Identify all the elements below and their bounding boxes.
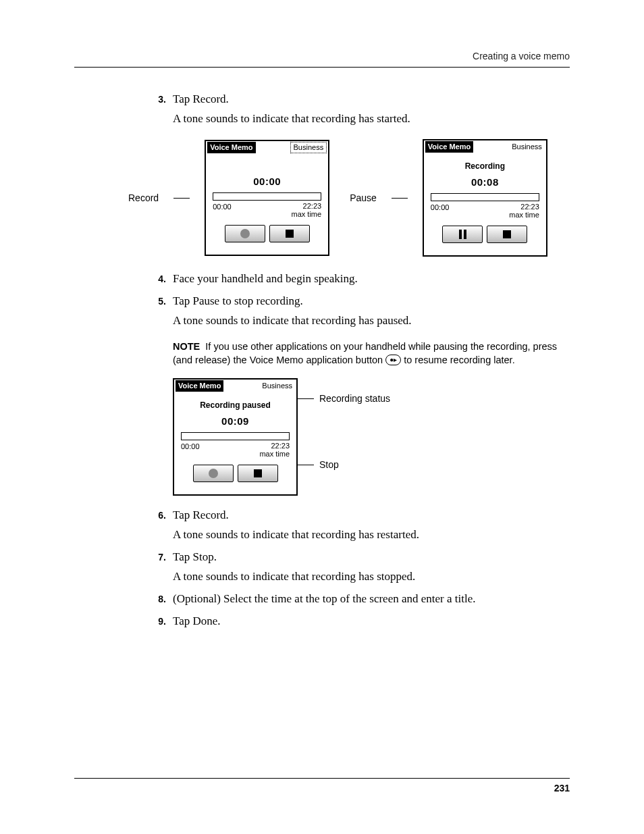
page-footer: 231 (74, 778, 570, 793)
device-buttons (424, 226, 546, 243)
annotation-recording-status: Recording status (296, 392, 390, 407)
step-7: 7. Tap Stop. (149, 550, 570, 565)
step-number: 7. (149, 551, 166, 564)
manual-page: Creating a voice memo 3. Tap Record. A t… (0, 0, 644, 834)
progress-bar-wrap (206, 188, 328, 201)
device-buttons (206, 225, 328, 242)
step-number: 8. (149, 593, 166, 606)
progress-start: 00:00 (431, 203, 450, 219)
stop-icon (286, 230, 294, 238)
elapsed-time: 00:09 (174, 415, 296, 428)
step-6: 6. Tap Record. (149, 508, 570, 523)
category-label: Business (259, 381, 295, 391)
progress-bar (213, 192, 321, 201)
body-content: 3. Tap Record. A tone sounds to indicate… (149, 92, 570, 629)
note-label: NOTE (173, 341, 200, 352)
pause-icon (459, 230, 466, 239)
progress-bar (181, 432, 290, 440)
app-title: Voice Memo (207, 142, 255, 153)
record-button (193, 465, 234, 482)
elapsed-time: 00:00 (206, 175, 328, 188)
step-text: Tap Pause to stop recording. (173, 294, 570, 309)
progress-labels: 00:00 22:23 max time (206, 201, 328, 218)
header-rule (74, 67, 570, 68)
device-screenshot-recording: Voice Memo Business Recording 00:08 00:0… (423, 139, 547, 257)
voice-memo-button-icon: ●▸ (385, 355, 401, 365)
step-number: 4. (149, 273, 166, 286)
callout-line (296, 398, 314, 399)
note-text-after: to resume recording later. (401, 355, 514, 365)
record-button (225, 225, 265, 242)
device-header: Voice Memo Business (206, 141, 328, 155)
step-number: 3. (149, 93, 166, 106)
pause-button (442, 226, 483, 243)
app-title: Voice Memo (176, 380, 223, 392)
record-icon (209, 469, 218, 478)
step-number: 5. (149, 295, 166, 308)
progress-start: 00:00 (181, 442, 200, 458)
progress-bar-wrap (424, 189, 546, 201)
step-number: 9. (149, 615, 166, 628)
device-header: Voice Memo Business (424, 140, 546, 154)
category-selector: Business (290, 142, 327, 153)
footer-rule (74, 778, 570, 779)
progress-bar (431, 193, 539, 201)
app-title: Voice Memo (425, 141, 473, 153)
step-3: 3. Tap Record. (149, 92, 570, 107)
running-header: Creating a voice memo (74, 51, 570, 67)
step-7-body: A tone sounds to indicate that recording… (173, 569, 570, 585)
elapsed-time: 00:08 (424, 176, 546, 189)
progress-start: 00:00 (213, 202, 232, 218)
step-text: Tap Done. (173, 614, 570, 629)
step-9: 9. Tap Done. (149, 614, 570, 629)
step-text: Tap Record. (173, 508, 570, 523)
step-5-body: A tone sounds to indicate that recording… (173, 313, 570, 329)
device-screenshot-initial: Voice Memo Business 00:00 00:00 22:23 ma… (205, 140, 329, 256)
progress-end: 22:23 max time (292, 202, 322, 218)
stop-button (238, 465, 278, 482)
stop-icon (503, 230, 511, 238)
step-8: 8. (Optional) Select the time at the top… (149, 592, 570, 607)
callout-line (296, 465, 314, 465)
page-number: 231 (74, 783, 570, 793)
progress-end: 22:23 max time (509, 203, 539, 219)
progress-bar-wrap (174, 428, 296, 440)
progress-labels: 00:00 22:23 max time (174, 440, 296, 458)
device-buttons (174, 465, 296, 482)
stop-button (269, 225, 310, 242)
callout-record: Record (128, 192, 159, 205)
callout-pause: Pause (350, 192, 377, 205)
step-3-body: A tone sounds to indicate that recording… (173, 111, 570, 127)
callout-line (392, 198, 408, 199)
figure-paused: Voice Memo Business Recording paused 00:… (173, 378, 570, 496)
step-text: Face your handheld and begin speaking. (173, 271, 570, 287)
step-5: 5. Tap Pause to stop recording. (149, 294, 570, 309)
step-number: 6. (149, 509, 166, 522)
stop-button (487, 226, 527, 243)
annotation-stop: Stop (296, 458, 390, 473)
record-icon (240, 229, 250, 238)
callout-stop: Stop (319, 459, 339, 471)
step-4: 4. Face your handheld and begin speaking… (149, 271, 570, 287)
figure-row-1: Record Voice Memo Business 00:00 00:00 2… (128, 139, 570, 257)
device-header: Voice Memo Business (174, 380, 296, 393)
stop-icon (254, 469, 262, 477)
category-label: Business (509, 142, 545, 152)
recording-status: Recording (424, 161, 546, 172)
annotation-column: Recording status Stop (298, 378, 390, 473)
step-text: (Optional) Select the time at the top of… (173, 592, 570, 607)
device-screenshot-paused: Voice Memo Business Recording paused 00:… (173, 378, 298, 496)
recording-status: Recording paused (174, 400, 296, 411)
progress-labels: 00:00 22:23 max time (424, 201, 546, 219)
progress-end: 22:23 max time (259, 442, 290, 458)
step-6-body: A tone sounds to indicate that recording… (173, 527, 570, 543)
note-block: NOTE If you use other applications on yo… (173, 340, 570, 367)
step-text: Tap Record. (173, 92, 570, 107)
callout-line (173, 198, 190, 199)
step-text: Tap Stop. (173, 550, 570, 565)
callout-recording-status: Recording status (319, 392, 390, 405)
